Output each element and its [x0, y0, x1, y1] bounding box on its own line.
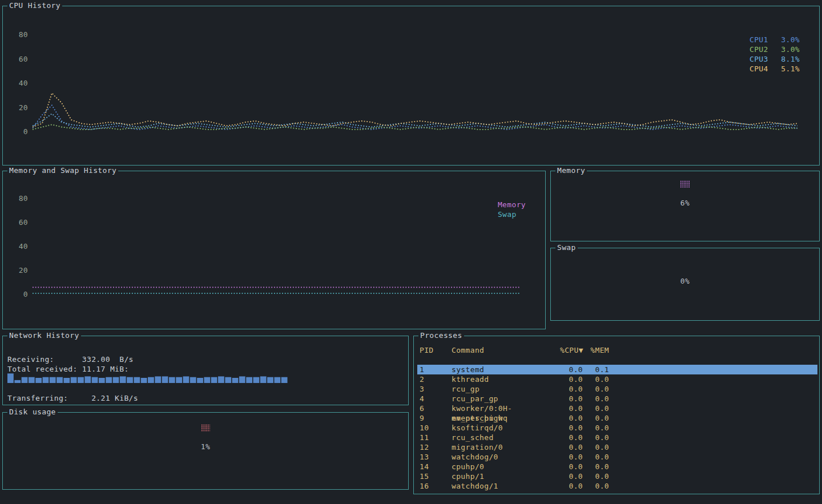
- process-pid: 1: [420, 365, 452, 374]
- process-pid: 13: [420, 452, 452, 462]
- y-axis-label: 20: [19, 103, 28, 112]
- process-row[interactable]: 9mm_percpu_wq0.00.0: [417, 413, 817, 423]
- process-cpu: 0.0: [560, 452, 583, 462]
- process-cpu: 0.0: [560, 442, 583, 452]
- process-cpu: 0.0: [560, 462, 583, 471]
- process-pid: 9: [420, 413, 452, 423]
- process-mem: 0.0: [583, 481, 609, 491]
- process-command: rcu_sched: [452, 433, 560, 442]
- column-header-mem[interactable]: %MEM: [583, 345, 609, 355]
- legend-item: Swap: [498, 209, 526, 219]
- process-mem: 0.0: [583, 394, 609, 404]
- process-pid: 16: [420, 481, 452, 491]
- legend-value: 8.1%: [781, 54, 800, 64]
- process-cpu: 0.0: [560, 481, 583, 491]
- cpu-legend: CPU13.0%CPU23.0%CPU38.1%CPU45.1%: [750, 35, 800, 74]
- process-command: mm_percpu_wq: [452, 413, 560, 423]
- memory-swap-history-chart: [33, 191, 535, 299]
- y-axis-label: 80: [19, 194, 28, 203]
- process-command: rcu_par_gp: [452, 394, 560, 404]
- process-mem: 0.0: [583, 374, 609, 384]
- column-header-pid[interactable]: PID: [420, 345, 452, 355]
- cpu-y-axis: 806040200: [11, 27, 28, 136]
- process-cpu: 0.0: [560, 394, 583, 404]
- process-row[interactable]: 10ksoftirqd/00.00.0: [417, 423, 817, 433]
- process-row[interactable]: 3rcu_gp0.00.0: [417, 384, 817, 394]
- cpu-history-title: CPU History: [7, 1, 62, 10]
- memory-usage-dots: [680, 180, 690, 188]
- process-row[interactable]: 11rcu_sched0.00.0: [417, 433, 817, 442]
- cpu-history-chart: [33, 27, 797, 136]
- processes-panel: Processes PIDCommand%CPU▼%MEM 1systemd0.…: [413, 336, 820, 494]
- legend-name: CPU1: [750, 35, 768, 45]
- swap-usage-title: Swap: [555, 243, 578, 252]
- y-axis-label: 80: [19, 30, 28, 39]
- process-row[interactable]: 14cpuhp/00.00.0: [417, 462, 817, 471]
- column-header-cpu[interactable]: %CPU▼: [560, 345, 583, 355]
- legend-name: Swap: [498, 209, 517, 219]
- process-table: PIDCommand%CPU▼%MEM 1systemd0.00.12kthre…: [417, 345, 817, 491]
- process-pid: 14: [420, 462, 452, 471]
- process-mem: 0.0: [583, 471, 609, 481]
- process-command: kthreadd: [452, 374, 560, 384]
- process-cpu: 0.0: [560, 433, 583, 442]
- legend-value: 5.1%: [781, 64, 800, 74]
- swap-usage-panel: Swap 0%: [550, 248, 820, 321]
- y-axis-label: 40: [19, 79, 28, 88]
- process-mem: 0.0: [583, 462, 609, 471]
- process-command: systemd: [452, 365, 560, 374]
- legend-name: Memory: [498, 200, 526, 209]
- legend-item: CPU38.1%: [750, 54, 800, 64]
- memory-swap-legend: MemorySwap: [498, 200, 526, 219]
- process-mem: 0.0: [583, 413, 609, 423]
- network-receiving-line: Receiving: 332.00 B/s: [7, 354, 134, 364]
- y-axis-label: 20: [19, 266, 28, 275]
- process-row[interactable]: 13watchdog/00.00.0: [417, 452, 817, 462]
- process-cpu: 0.0: [560, 423, 583, 433]
- legend-value: 3.0%: [781, 45, 800, 54]
- y-axis-label: 60: [19, 55, 28, 64]
- process-row[interactable]: 1systemd0.00.1: [417, 365, 817, 374]
- y-axis-label: 0: [23, 127, 28, 136]
- process-pid: 2: [420, 374, 452, 384]
- process-command: cpuhp/1: [452, 471, 560, 481]
- legend-item: CPU45.1%: [750, 64, 800, 74]
- swap-usage-percent: 0%: [551, 277, 819, 286]
- process-mem: 0.0: [583, 384, 609, 394]
- process-row[interactable]: 4rcu_par_gp0.00.0: [417, 394, 817, 404]
- legend-item: CPU23.0%: [750, 45, 800, 54]
- process-row[interactable]: 12migration/00.00.0: [417, 442, 817, 452]
- process-mem: 0.1: [583, 365, 609, 374]
- process-command: watchdog/1: [452, 481, 560, 491]
- process-row[interactable]: 16watchdog/10.00.0: [417, 481, 817, 491]
- system-monitor-screen: { "cpu_panel": { "title": "CPU History",…: [0, 0, 822, 504]
- disk-usage-percent: 1%: [3, 442, 408, 451]
- y-axis-label: 60: [19, 218, 28, 227]
- process-row[interactable]: 2kthreadd0.00.0: [417, 374, 817, 384]
- process-cpu: 0.0: [560, 374, 583, 384]
- legend-item: CPU13.0%: [750, 35, 800, 45]
- column-header-command[interactable]: Command: [452, 345, 560, 355]
- process-command: ksoftirqd/0: [452, 423, 560, 433]
- disk-usage-title: Disk usage: [7, 408, 58, 417]
- memswap-y-axis: 806040200: [11, 191, 28, 299]
- process-cpu: 0.0: [560, 365, 583, 374]
- legend-item: Memory: [498, 200, 526, 209]
- process-mem: 0.0: [583, 433, 609, 442]
- process-row[interactable]: 15cpuhp/10.00.0: [417, 471, 817, 481]
- network-transferring-line: Transferring: 2.21 KiB/s: [7, 393, 138, 403]
- process-rows: 1systemd0.00.12kthreadd0.00.03rcu_gp0.00…: [417, 365, 817, 491]
- process-mem: 0.0: [583, 423, 609, 433]
- disk-usage-panel: Disk usage 1%: [2, 412, 409, 490]
- memory-usage-percent: 6%: [551, 199, 819, 208]
- process-cpu: 0.0: [560, 413, 583, 423]
- y-axis-label: 40: [19, 242, 28, 251]
- legend-name: CPU3: [750, 54, 768, 64]
- process-row[interactable]: 6kworker/0:0H-events_high0.00.0: [417, 404, 817, 413]
- process-cpu: 0.0: [560, 384, 583, 394]
- process-pid: 3: [420, 384, 452, 394]
- process-pid: 10: [420, 423, 452, 433]
- legend-value: 3.0%: [781, 35, 800, 45]
- process-command: watchdog/0: [452, 452, 560, 462]
- cpu-history-panel: CPU History 806040200 CPU13.0%CPU23.0%CP…: [2, 6, 820, 166]
